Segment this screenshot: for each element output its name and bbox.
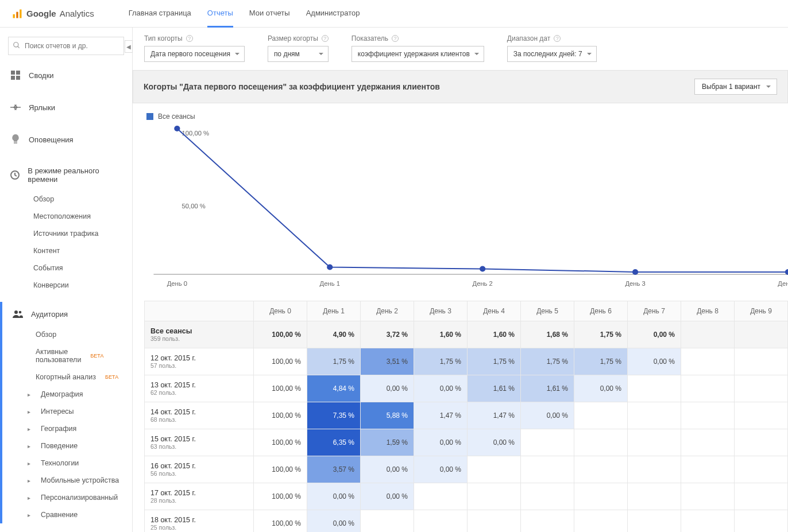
svg-text:100,00 %: 100,00 % [182,130,210,137]
top-tab-3[interactable]: Администратор [306,0,360,28]
control-label: Тип когорты [144,34,183,42]
top-tab-2[interactable]: Мои отчеты [249,0,290,28]
dropdown-value: Дата первого посещения [150,50,230,58]
sidebar-audience-sub-3[interactable]: Демография [2,386,132,403]
table-header: День 3 [414,301,468,321]
sidebar-audience-sub-10[interactable]: Сравнение [2,506,132,523]
sidebar: ◀ Сводки Ярлыки Оповещения В режиме реал… [0,28,133,532]
table-row: 18 окт. 2015 г.25 польз.100,00 %0,00 % [145,510,788,533]
sidebar-audience-sub-5[interactable]: География [2,420,132,437]
table-header: День 7 [628,301,681,321]
svg-rect-2 [11,71,15,75]
svg-rect-4 [11,76,15,80]
cohort-table-wrap: День 0День 1День 2День 3День 4День 5День… [133,301,788,532]
sidebar-audience-sub-8[interactable]: Мобильные устройства [2,472,132,489]
sidebar-realtime-sub-0[interactable]: Обзор [0,191,132,208]
sidebar-realtime-sub-3[interactable]: Контент [0,242,132,259]
svg-point-9 [19,311,22,314]
table-header: День 1 [307,301,361,321]
dropdown-value: За последних дней: 7 [513,50,582,58]
svg-text:50,00 %: 50,00 % [182,203,206,209]
search-input[interactable] [8,37,124,55]
sidebar-item-shortcuts[interactable]: Ярлыки [0,95,132,119]
table-row: 13 окт. 2015 г.62 польз.100,00 %4,84 %0,… [145,375,788,402]
clock-icon [10,170,20,180]
svg-rect-6 [14,142,17,143]
svg-text:День 2: День 2 [473,280,493,287]
help-icon[interactable]: ? [392,35,399,42]
sidebar-item-realtime[interactable]: В режиме реального времени [0,160,132,191]
sidebar-audience-sub-2[interactable]: Когортный анализБЕТА [2,368,132,386]
svg-line-1 [18,46,20,48]
table-row: 17 окт. 2015 г.28 польз.100,00 %0,00 %0,… [145,483,788,510]
cohort-table: День 0День 1День 2День 3День 4День 5День… [144,301,788,532]
svg-rect-3 [16,71,20,75]
sidebar-item-label: Аудитория [31,310,68,319]
sidebar-item-audience[interactable]: Аудитория [2,302,132,326]
sidebar-realtime-sub-1[interactable]: Местоположения [0,208,132,225]
people-icon [13,309,23,319]
sidebar-item-label: Сводки [29,71,54,80]
main-content: Тип когорты? Дата первого посещения Разм… [133,28,788,532]
table-header: День 0 [254,301,307,321]
top-nav: Google Analytics Главная страницаОтчетыМ… [0,0,788,28]
svg-point-0 [14,42,18,47]
sidebar-item-intelligence[interactable]: Оповещения [0,127,132,152]
brand-analytics: Analytics [60,9,94,18]
top-tabs: Главная страницаОтчетыМои отчетыАдминист… [129,0,360,28]
sidebar-audience-sub-0[interactable]: Обзор [2,326,132,343]
logo: Google Analytics [11,8,94,20]
analytics-logo-icon [11,8,23,20]
dropdown-value: Выбран 1 вариант [702,83,760,91]
sidebar-section-audience: Аудитория ОбзорАктивныепользователиБЕТАК… [0,302,132,523]
cohort-type-dropdown[interactable]: Дата первого посещения [144,46,245,62]
svg-text:День 4: День 4 [778,280,788,287]
svg-point-16 [632,269,638,275]
sidebar-realtime-sub-4[interactable]: События [0,259,132,277]
sidebar-realtime-sub-5[interactable]: Конверсии [0,277,132,294]
sidebar-item-label: Ярлыки [29,103,55,112]
variant-dropdown[interactable]: Выбран 1 вариант [694,79,777,95]
control-label: Размер когорты [268,34,318,42]
svg-rect-5 [16,76,20,80]
dropdown-value: коэффициент удержания клиентов [358,50,470,58]
date-range-dropdown[interactable]: За последних дней: 7 [507,46,597,62]
table-row: 12 окт. 2015 г.57 польз.100,00 %1,75 %3,… [145,348,788,375]
sidebar-realtime-sub-2[interactable]: Источники трафика [0,225,132,242]
line-chart: 100,00 %50,00 %День 0День 1День 2День 3Д… [142,123,788,289]
svg-text:День 1: День 1 [320,280,340,287]
table-header: День 2 [361,301,414,321]
svg-point-13 [174,126,180,131]
top-tab-0[interactable]: Главная страница [129,0,191,28]
sidebar-audience-sub-6[interactable]: Поведение [2,437,132,455]
sidebar-item-label: В режиме реального времени [28,166,122,184]
cohort-size-dropdown[interactable]: по дням [268,46,329,62]
top-tab-1[interactable]: Отчеты [207,0,233,28]
controls-row: Тип когорты? Дата первого посещения Разм… [133,28,788,70]
search-icon [13,41,21,51]
svg-text:День 0: День 0 [167,280,187,287]
svg-point-15 [480,266,485,272]
svg-text:День 3: День 3 [625,280,645,287]
control-label: Показатель [351,34,388,42]
legend-swatch [146,113,153,120]
sidebar-audience-sub-4[interactable]: Интересы [2,403,132,420]
table-header: День 5 [521,301,574,321]
dashboard-icon [10,70,21,80]
brand-google: Google [26,9,56,18]
metric-dropdown[interactable]: коэффициент удержания клиентов [351,46,484,62]
sidebar-audience-sub-1[interactable]: АктивныепользователиБЕТА [2,343,132,368]
sidebar-audience-sub-7[interactable]: Технологии [2,455,132,472]
help-icon[interactable]: ? [554,35,561,42]
help-icon[interactable]: ? [186,35,193,42]
sidebar-collapse-button[interactable]: ◀ [125,40,133,53]
table-header: День 8 [681,301,735,321]
shortcuts-icon [10,102,21,112]
help-icon[interactable]: ? [322,35,329,42]
table-row: 15 окт. 2015 г.63 польз.100,00 %6,35 %1,… [145,429,788,456]
cohort-title: Когорты "Дата первого посещения" за коэф… [144,82,440,91]
sidebar-audience-sub-9[interactable]: Персонализированный [2,489,132,506]
svg-point-17 [785,269,788,275]
table-header: День 4 [468,301,521,321]
sidebar-item-dashboards[interactable]: Сводки [0,63,132,87]
